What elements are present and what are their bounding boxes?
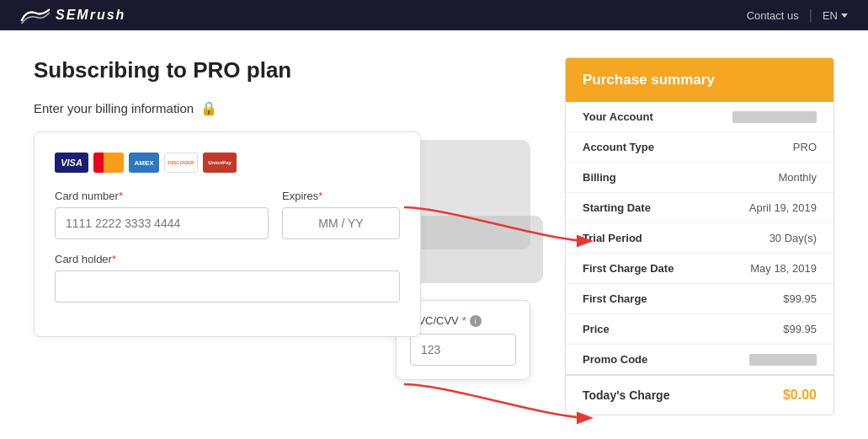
logo-icon: [20, 7, 51, 24]
summary-row: Price $99.95: [566, 314, 833, 345]
summary-label: Promo Code: [583, 353, 647, 366]
summary-footer: Today's Charge $0.00: [566, 374, 833, 415]
page-title: Subscribing to PRO plan: [34, 57, 538, 83]
card-form: VISA AMEX DISCOVER UnionPay Card number*: [34, 131, 421, 337]
card-number-label: Card number*: [55, 190, 269, 202]
summary-label: First Charge Date: [583, 262, 674, 275]
summary-label: First Charge: [583, 292, 647, 305]
cardholder-group: Card holder*: [55, 253, 400, 302]
arrow-today: [396, 376, 598, 426]
cvc-label: CVC/CVV* i: [410, 314, 516, 327]
expires-required: *: [318, 190, 322, 202]
summary-row: Account Type PRO: [566, 132, 833, 163]
summary-body: Your Account Account Type PRO Billing Mo…: [566, 102, 833, 374]
mastercard-icon: [93, 153, 124, 173]
summary-row-trial: Trial Period 30 Day(s): [566, 223, 833, 254]
billing-label-text: Enter your billing information: [34, 101, 194, 115]
summary-row: Billing Monthly: [566, 163, 833, 193]
summary-row: Your Account: [566, 102, 833, 132]
contact-us-link[interactable]: Contact us: [747, 9, 799, 22]
summary-value-starting-date: April 19, 2019: [749, 201, 817, 214]
cardholder-row: Card holder*: [55, 253, 400, 302]
left-section: Subscribing to PRO plan Enter your billi…: [34, 57, 538, 415]
billing-info-label: Enter your billing information 🔒: [34, 100, 538, 116]
amex-icon: AMEX: [129, 153, 159, 173]
logo: SEMrush: [20, 7, 125, 24]
summary-value-first-charge: $99.95: [783, 292, 817, 305]
summary-value-billing: Monthly: [778, 171, 817, 184]
summary-label: Account Type: [583, 141, 654, 153]
logo-text: SEMrush: [56, 8, 125, 23]
summary-label: Billing: [583, 171, 616, 184]
card-number-group: Card number*: [55, 190, 269, 239]
lang-label: EN: [823, 9, 838, 22]
header-right: Contact us | EN: [747, 8, 848, 23]
summary-value-account: [732, 111, 817, 123]
cardholder-required: *: [112, 253, 116, 265]
card-number-label-text: Card number: [55, 190, 119, 202]
summary-label: Your Account: [583, 110, 653, 123]
expires-input[interactable]: [282, 207, 400, 239]
summary-row: First Charge $99.95: [566, 284, 833, 314]
summary-box: Purchase summary Your Account Account Ty…: [565, 57, 834, 415]
cardholder-label: Card holder*: [55, 253, 400, 265]
unionpay-icon: UnionPay: [203, 153, 237, 173]
expires-label: Expires*: [282, 190, 400, 202]
cardholder-input[interactable]: [55, 270, 400, 302]
cvc-required: *: [462, 314, 466, 327]
expires-label-text: Expires: [282, 190, 318, 202]
card-number-row: Card number* Expires*: [55, 190, 400, 239]
footer-value: $0.00: [783, 388, 817, 403]
lang-selector[interactable]: EN: [823, 9, 848, 22]
lang-divider: |: [809, 8, 812, 23]
summary-value-first-charge-date: May 18, 2019: [750, 262, 817, 275]
chevron-down-icon: [841, 13, 848, 18]
summary-value-promo: [749, 354, 817, 366]
summary-row: Promo Code: [566, 345, 833, 374]
summary-value-account-type: PRO: [793, 141, 817, 153]
summary-value-trial: 30 Day(s): [769, 232, 817, 244]
right-section: Purchase summary Your Account Account Ty…: [565, 57, 834, 415]
lock-icon: 🔒: [200, 100, 217, 116]
card-icons: VISA AMEX DISCOVER UnionPay: [55, 153, 400, 173]
info-icon[interactable]: i: [470, 315, 482, 327]
card-number-input[interactable]: [55, 207, 269, 239]
required-mark: *: [119, 190, 123, 202]
discover-icon: DISCOVER: [164, 153, 198, 173]
visa-icon: VISA: [55, 153, 88, 173]
cardholder-label-text: Card holder: [55, 253, 112, 265]
summary-row: First Charge Date May 18, 2019: [566, 254, 833, 284]
main-content: Subscribing to PRO plan Enter your billi…: [0, 30, 868, 439]
cvc-input[interactable]: [410, 334, 516, 366]
summary-header: Purchase summary: [566, 58, 833, 102]
header: SEMrush Contact us | EN: [0, 0, 868, 30]
expires-group: Expires*: [282, 190, 400, 239]
arrow-trial: [396, 199, 598, 249]
summary-label: Price: [583, 323, 610, 335]
summary-row: Starting Date April 19, 2019: [566, 193, 833, 223]
summary-value-price: $99.95: [783, 323, 817, 335]
